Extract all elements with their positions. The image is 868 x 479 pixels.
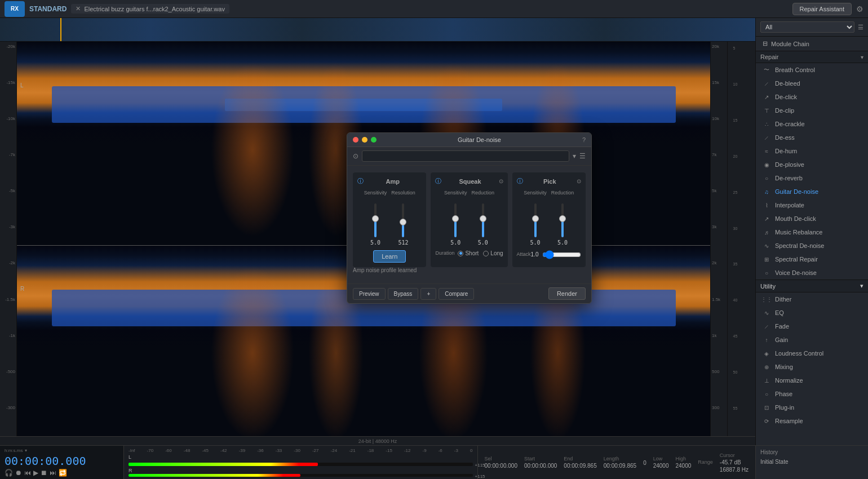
attack-slider[interactable]	[542, 250, 581, 259]
compare-button[interactable]: Compare	[439, 288, 474, 300]
minimize-window-btn[interactable]	[362, 137, 367, 143]
sidebar-menu-icon[interactable]: ☰	[858, 24, 863, 31]
preset-input[interactable]	[362, 150, 569, 162]
amp-info-icon[interactable]: ⓘ	[357, 177, 364, 185]
sidebar-item-de-reverb[interactable]: ○ De-reverb	[756, 171, 868, 185]
sidebar-item-music-rebalance[interactable]: ♬ Music Rebalance	[756, 225, 868, 239]
sidebar-item-gain[interactable]: ↑ Gain	[756, 333, 868, 347]
sidebar-item-spectral-repair[interactable]: ⊞ Spectral Repair	[756, 252, 868, 266]
sidebar-item-normalize[interactable]: ⊥ Normalize	[756, 374, 868, 387]
maximize-window-btn[interactable]	[371, 137, 377, 143]
sidebar-item-de-click[interactable]: ↗ De-click	[756, 90, 868, 104]
pick-sensitivity-group: Sensitivity 5.0	[524, 190, 547, 246]
tab-close[interactable]: ✕	[76, 5, 81, 12]
sidebar-item-de-bleed[interactable]: ⟋ De-bleed	[756, 77, 868, 90]
rewind-icon[interactable]: ⏮	[24, 469, 31, 477]
dialog-help-icon[interactable]: ?	[582, 136, 586, 143]
duration-long-radio[interactable]	[483, 251, 489, 256]
pick-section-header: ⓘ Pick ⊙	[517, 177, 581, 185]
headphones-icon[interactable]: 🎧	[5, 469, 13, 477]
r-label: R	[129, 468, 473, 473]
db-scale-numbers: 5 10 15 20 25 30 35 40 45 50 55 60	[733, 46, 750, 446]
sidebar-item-loudness[interactable]: ◈ Loudness Control	[756, 347, 868, 360]
preset-menu-btn[interactable]: ☰	[579, 152, 586, 160]
sidebar-item-plugin[interactable]: ⊡ Plug-in	[756, 401, 868, 414]
pick-knobs: Sensitivity 5.0 Reduction	[517, 190, 581, 246]
phase-icon: ○	[763, 390, 770, 398]
pick-extra-icon[interactable]: ⊙	[577, 178, 581, 184]
module-chain-row[interactable]: ⊟ Module Chain	[756, 37, 868, 51]
stop-icon[interactable]: ⏹	[41, 469, 47, 477]
squeak-info-icon[interactable]: ⓘ	[435, 177, 441, 185]
de-crackle-icon: ∴	[763, 120, 770, 128]
start-group: Start 00:00:00.000	[524, 456, 557, 469]
amp-section: ⓘ Amp Sensitivity 5.0	[353, 172, 426, 267]
db-ruler: -Inf-70-60 -48-45-42 -39-36-33 -30-27-24…	[129, 448, 473, 453]
duration-short-label[interactable]: Short	[458, 250, 479, 256]
learn-button[interactable]: Learn	[373, 250, 406, 263]
history-item-initial[interactable]: Initial State	[760, 458, 863, 466]
pick-info-icon[interactable]: ⓘ	[517, 177, 523, 185]
sidebar-item-fade[interactable]: ⟋ Fade	[756, 320, 868, 333]
loop-icon[interactable]: 🔁	[59, 469, 67, 477]
gain-icon: ↑	[763, 336, 770, 344]
dialog-toolbar: ⊙ ▾ ☰	[347, 147, 591, 166]
preview-group: Preview Bypass + Compare	[353, 288, 474, 300]
history-title: History	[760, 449, 863, 455]
pick-sensitivity-slider[interactable]	[534, 198, 537, 237]
sidebar-item-eq[interactable]: ∿ EQ	[756, 306, 868, 320]
amp-knobs: Sensitivity 5.0 Resolution	[357, 190, 422, 246]
settings-icon[interactable]: ⚙	[856, 5, 863, 14]
sidebar-item-de-hum[interactable]: ≈ De-hum	[756, 144, 868, 158]
preset-dropdown-btn[interactable]: ▾	[573, 152, 576, 160]
sidebar-item-dither[interactable]: ⋮⋮ Dither	[756, 292, 868, 306]
amp-sensitivity-slider[interactable]	[374, 198, 377, 237]
repair-section-header[interactable]: Repair ▾	[756, 51, 868, 63]
add-button[interactable]: +	[420, 288, 436, 300]
duration-short-radio[interactable]	[458, 251, 463, 256]
repair-assistant-button[interactable]: Repair Assistant	[792, 3, 852, 15]
render-button[interactable]: Render	[548, 287, 586, 300]
cursor-group: Cursor -45.7 dB 16887.8 Hz	[720, 453, 749, 473]
app-version: STANDARD	[29, 5, 67, 13]
play-icon[interactable]: ▶	[33, 469, 38, 477]
sidebar-item-resample[interactable]: ⟳ Resample	[756, 414, 868, 428]
l-channel-label: L	[20, 82, 24, 88]
squeak-knobs: Sensitivity 5.0 Reduction	[435, 190, 503, 246]
squeak-section: ⓘ Squeak ⊙ Sensitivity 5.0	[431, 172, 507, 267]
filter-select[interactable]: All	[760, 21, 854, 33]
amp-resolution-group: Resolution 512	[391, 190, 415, 246]
tab-bar: ✕ Electrical buzz guitars f...rack2_Acou…	[71, 4, 229, 14]
pick-reduction-slider[interactable]	[561, 198, 564, 237]
file-tab[interactable]: ✕ Electrical buzz guitars f...rack2_Acou…	[71, 4, 229, 14]
sidebar-item-mouth-declick[interactable]: ↗ Mouth De-click	[756, 212, 868, 225]
sidebar-item-breath-control[interactable]: 〜 Breath Control	[756, 63, 868, 77]
sidebar-item-de-clip[interactable]: ⊤ De-clip	[756, 104, 868, 117]
de-ess-icon: ⟋	[763, 134, 770, 141]
fast-forward-icon[interactable]: ⏭	[50, 469, 56, 477]
amp-resolution-slider[interactable]	[402, 198, 404, 237]
bypass-button[interactable]: Bypass	[388, 288, 419, 300]
sidebar-item-guitar-denoise[interactable]: ♫ Guitar De-noise	[756, 185, 868, 198]
sidebar-item-de-crackle[interactable]: ∴ De-crackle	[756, 117, 868, 131]
normalize-icon: ⊥	[763, 376, 770, 384]
squeak-extra-icon[interactable]: ⊙	[499, 178, 503, 184]
sidebar-item-phase[interactable]: ○ Phase	[756, 387, 868, 401]
sidebar-item-de-plosive[interactable]: ◉ De-plosive	[756, 158, 868, 171]
sidebar-item-voice-denoise[interactable]: ○ Voice De-noise	[756, 266, 868, 280]
dialog-link-icon[interactable]: ⊙	[353, 152, 358, 160]
db-color-bar-section: 5 10 15 20 25 30 35 40 45 50 55 60	[727, 42, 755, 449]
duration-long-label[interactable]: Long	[483, 250, 503, 256]
squeak-reduction-slider[interactable]	[482, 198, 484, 237]
squeak-sensitivity-slider[interactable]	[454, 198, 457, 237]
sidebar-item-spectral-denoise[interactable]: ∿ Spectral De-noise	[756, 239, 868, 252]
sidebar-item-de-ess[interactable]: ⟋ De-ess	[756, 131, 868, 144]
utility-section-header[interactable]: Utility ▾	[756, 280, 868, 292]
sidebar-item-mixing[interactable]: ⊕ Mixing	[756, 360, 868, 374]
preview-button[interactable]: Preview	[353, 288, 386, 300]
close-window-btn[interactable]	[353, 137, 358, 143]
r-channel-label: R	[20, 286, 24, 292]
record-icon[interactable]: ⏺	[15, 469, 22, 477]
sidebar-item-interpolate[interactable]: ⌇ Interpolate	[756, 198, 868, 212]
guitar-denoise-dialog: Guitar De-noise ? ⊙ ▾ ☰ ⓘ Amp Sensitivit…	[347, 132, 592, 304]
